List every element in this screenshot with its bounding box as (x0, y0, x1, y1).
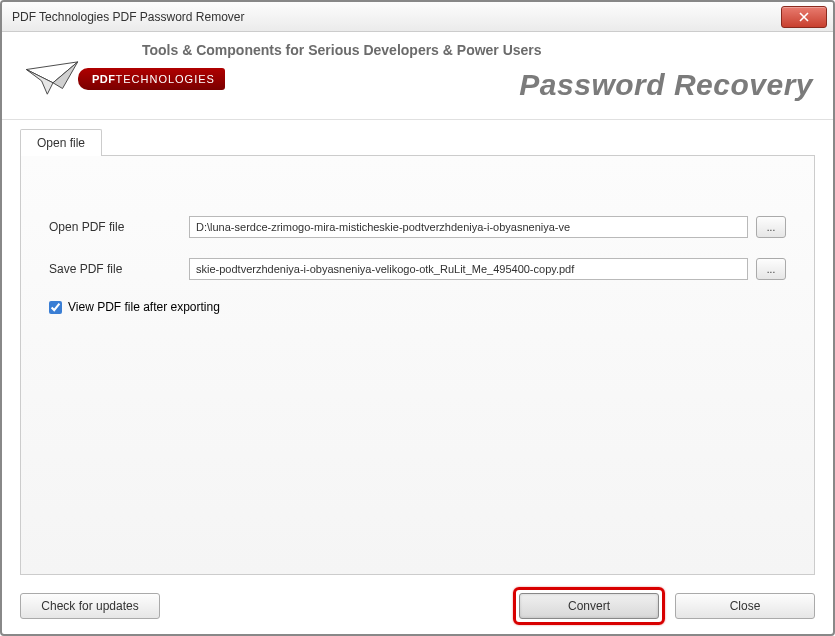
check-updates-button[interactable]: Check for updates (20, 593, 160, 619)
tab-open-file[interactable]: Open file (20, 129, 102, 156)
main-panel: Open PDF file ... Save PDF file ... View… (20, 155, 815, 575)
tagline: Tools & Components for Serious Developer… (142, 42, 542, 58)
save-file-browse-button[interactable]: ... (756, 258, 786, 280)
save-file-input[interactable] (189, 258, 748, 280)
logo: PDFTECHNOLOGIES (24, 60, 225, 98)
save-file-row: Save PDF file ... (49, 258, 786, 280)
open-file-browse-button[interactable]: ... (756, 216, 786, 238)
close-button[interactable]: Close (675, 593, 815, 619)
open-file-label: Open PDF file (49, 220, 189, 234)
window-title: PDF Technologies PDF Password Remover (12, 10, 781, 24)
logo-prefix: PDF (92, 73, 116, 85)
open-file-row: Open PDF file ... (49, 216, 786, 238)
convert-button[interactable]: Convert (519, 593, 659, 619)
paper-plane-icon (24, 60, 82, 98)
window-close-button[interactable] (781, 6, 827, 28)
tab-bar: Open file (20, 128, 815, 155)
save-file-label: Save PDF file (49, 262, 189, 276)
open-file-input[interactable] (189, 216, 748, 238)
product-title: Password Recovery (519, 68, 813, 102)
footer: Check for updates Convert Close (2, 587, 833, 636)
view-after-row: View PDF file after exporting (49, 300, 786, 314)
logo-suffix: TECHNOLOGIES (116, 73, 215, 85)
close-icon (799, 12, 809, 22)
view-after-checkbox[interactable] (49, 301, 62, 314)
header: Tools & Components for Serious Developer… (2, 32, 833, 120)
convert-highlight: Convert (513, 587, 665, 625)
view-after-label: View PDF file after exporting (68, 300, 220, 314)
logo-badge: PDFTECHNOLOGIES (78, 68, 225, 90)
titlebar: PDF Technologies PDF Password Remover (2, 2, 833, 32)
